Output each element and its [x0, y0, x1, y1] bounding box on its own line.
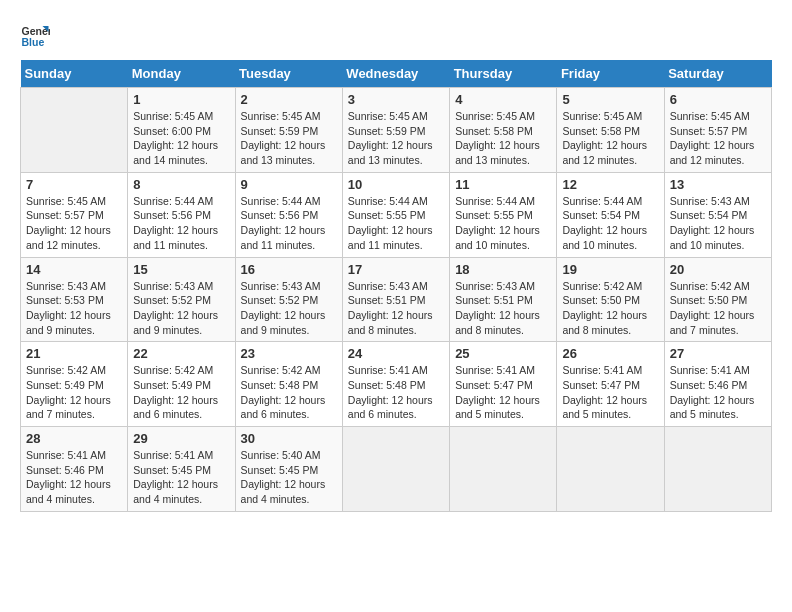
calendar-cell: 22Sunrise: 5:42 AM Sunset: 5:49 PM Dayli…	[128, 342, 235, 427]
calendar-cell: 2Sunrise: 5:45 AM Sunset: 5:59 PM Daylig…	[235, 88, 342, 173]
calendar-cell	[21, 88, 128, 173]
calendar-cell: 28Sunrise: 5:41 AM Sunset: 5:46 PM Dayli…	[21, 427, 128, 512]
day-info: Sunrise: 5:43 AM Sunset: 5:54 PM Dayligh…	[670, 194, 766, 253]
day-info: Sunrise: 5:45 AM Sunset: 5:58 PM Dayligh…	[455, 109, 551, 168]
calendar-cell: 25Sunrise: 5:41 AM Sunset: 5:47 PM Dayli…	[450, 342, 557, 427]
day-info: Sunrise: 5:45 AM Sunset: 5:57 PM Dayligh…	[670, 109, 766, 168]
svg-text:Blue: Blue	[22, 36, 45, 48]
calendar-cell: 8Sunrise: 5:44 AM Sunset: 5:56 PM Daylig…	[128, 172, 235, 257]
calendar-cell: 3Sunrise: 5:45 AM Sunset: 5:59 PM Daylig…	[342, 88, 449, 173]
calendar-cell: 24Sunrise: 5:41 AM Sunset: 5:48 PM Dayli…	[342, 342, 449, 427]
calendar-week-row: 21Sunrise: 5:42 AM Sunset: 5:49 PM Dayli…	[21, 342, 772, 427]
day-info: Sunrise: 5:44 AM Sunset: 5:55 PM Dayligh…	[455, 194, 551, 253]
day-number: 7	[26, 177, 122, 192]
day-number: 21	[26, 346, 122, 361]
calendar-cell: 9Sunrise: 5:44 AM Sunset: 5:56 PM Daylig…	[235, 172, 342, 257]
day-number: 23	[241, 346, 337, 361]
day-number: 28	[26, 431, 122, 446]
day-info: Sunrise: 5:45 AM Sunset: 5:59 PM Dayligh…	[241, 109, 337, 168]
calendar-cell	[664, 427, 771, 512]
day-info: Sunrise: 5:44 AM Sunset: 5:56 PM Dayligh…	[133, 194, 229, 253]
calendar-week-row: 1Sunrise: 5:45 AM Sunset: 6:00 PM Daylig…	[21, 88, 772, 173]
day-number: 8	[133, 177, 229, 192]
calendar-cell: 16Sunrise: 5:43 AM Sunset: 5:52 PM Dayli…	[235, 257, 342, 342]
calendar-cell	[450, 427, 557, 512]
calendar-cell: 7Sunrise: 5:45 AM Sunset: 5:57 PM Daylig…	[21, 172, 128, 257]
calendar-cell: 23Sunrise: 5:42 AM Sunset: 5:48 PM Dayli…	[235, 342, 342, 427]
day-info: Sunrise: 5:42 AM Sunset: 5:50 PM Dayligh…	[562, 279, 658, 338]
day-info: Sunrise: 5:41 AM Sunset: 5:47 PM Dayligh…	[562, 363, 658, 422]
calendar-week-row: 7Sunrise: 5:45 AM Sunset: 5:57 PM Daylig…	[21, 172, 772, 257]
day-number: 10	[348, 177, 444, 192]
calendar-cell: 17Sunrise: 5:43 AM Sunset: 5:51 PM Dayli…	[342, 257, 449, 342]
weekday-header-tuesday: Tuesday	[235, 60, 342, 88]
page-header: General Blue	[20, 20, 772, 50]
weekday-header-friday: Friday	[557, 60, 664, 88]
calendar-cell: 6Sunrise: 5:45 AM Sunset: 5:57 PM Daylig…	[664, 88, 771, 173]
calendar-cell: 11Sunrise: 5:44 AM Sunset: 5:55 PM Dayli…	[450, 172, 557, 257]
day-number: 6	[670, 92, 766, 107]
calendar-cell: 4Sunrise: 5:45 AM Sunset: 5:58 PM Daylig…	[450, 88, 557, 173]
weekday-header-saturday: Saturday	[664, 60, 771, 88]
calendar-cell: 1Sunrise: 5:45 AM Sunset: 6:00 PM Daylig…	[128, 88, 235, 173]
day-info: Sunrise: 5:44 AM Sunset: 5:54 PM Dayligh…	[562, 194, 658, 253]
day-number: 24	[348, 346, 444, 361]
calendar-table: SundayMondayTuesdayWednesdayThursdayFrid…	[20, 60, 772, 512]
day-number: 4	[455, 92, 551, 107]
day-info: Sunrise: 5:41 AM Sunset: 5:45 PM Dayligh…	[133, 448, 229, 507]
calendar-cell: 21Sunrise: 5:42 AM Sunset: 5:49 PM Dayli…	[21, 342, 128, 427]
day-info: Sunrise: 5:41 AM Sunset: 5:46 PM Dayligh…	[26, 448, 122, 507]
day-info: Sunrise: 5:42 AM Sunset: 5:49 PM Dayligh…	[26, 363, 122, 422]
day-number: 12	[562, 177, 658, 192]
calendar-cell: 15Sunrise: 5:43 AM Sunset: 5:52 PM Dayli…	[128, 257, 235, 342]
calendar-week-row: 28Sunrise: 5:41 AM Sunset: 5:46 PM Dayli…	[21, 427, 772, 512]
calendar-cell: 29Sunrise: 5:41 AM Sunset: 5:45 PM Dayli…	[128, 427, 235, 512]
calendar-cell: 5Sunrise: 5:45 AM Sunset: 5:58 PM Daylig…	[557, 88, 664, 173]
calendar-cell: 19Sunrise: 5:42 AM Sunset: 5:50 PM Dayli…	[557, 257, 664, 342]
logo: General Blue	[20, 20, 54, 50]
day-info: Sunrise: 5:44 AM Sunset: 5:55 PM Dayligh…	[348, 194, 444, 253]
day-number: 26	[562, 346, 658, 361]
calendar-cell: 20Sunrise: 5:42 AM Sunset: 5:50 PM Dayli…	[664, 257, 771, 342]
day-info: Sunrise: 5:45 AM Sunset: 5:58 PM Dayligh…	[562, 109, 658, 168]
day-number: 20	[670, 262, 766, 277]
day-number: 19	[562, 262, 658, 277]
day-number: 13	[670, 177, 766, 192]
day-number: 16	[241, 262, 337, 277]
day-number: 1	[133, 92, 229, 107]
day-number: 18	[455, 262, 551, 277]
day-info: Sunrise: 5:43 AM Sunset: 5:52 PM Dayligh…	[133, 279, 229, 338]
calendar-week-row: 14Sunrise: 5:43 AM Sunset: 5:53 PM Dayli…	[21, 257, 772, 342]
weekday-header-wednesday: Wednesday	[342, 60, 449, 88]
weekday-header-thursday: Thursday	[450, 60, 557, 88]
calendar-cell: 26Sunrise: 5:41 AM Sunset: 5:47 PM Dayli…	[557, 342, 664, 427]
calendar-cell: 14Sunrise: 5:43 AM Sunset: 5:53 PM Dayli…	[21, 257, 128, 342]
day-info: Sunrise: 5:41 AM Sunset: 5:46 PM Dayligh…	[670, 363, 766, 422]
day-number: 27	[670, 346, 766, 361]
calendar-cell: 18Sunrise: 5:43 AM Sunset: 5:51 PM Dayli…	[450, 257, 557, 342]
calendar-cell	[342, 427, 449, 512]
calendar-cell: 30Sunrise: 5:40 AM Sunset: 5:45 PM Dayli…	[235, 427, 342, 512]
calendar-cell: 12Sunrise: 5:44 AM Sunset: 5:54 PM Dayli…	[557, 172, 664, 257]
day-info: Sunrise: 5:44 AM Sunset: 5:56 PM Dayligh…	[241, 194, 337, 253]
day-info: Sunrise: 5:45 AM Sunset: 5:57 PM Dayligh…	[26, 194, 122, 253]
day-info: Sunrise: 5:43 AM Sunset: 5:51 PM Dayligh…	[348, 279, 444, 338]
day-number: 29	[133, 431, 229, 446]
calendar-cell: 10Sunrise: 5:44 AM Sunset: 5:55 PM Dayli…	[342, 172, 449, 257]
day-number: 22	[133, 346, 229, 361]
day-info: Sunrise: 5:43 AM Sunset: 5:53 PM Dayligh…	[26, 279, 122, 338]
weekday-header-sunday: Sunday	[21, 60, 128, 88]
day-info: Sunrise: 5:41 AM Sunset: 5:48 PM Dayligh…	[348, 363, 444, 422]
day-info: Sunrise: 5:45 AM Sunset: 5:59 PM Dayligh…	[348, 109, 444, 168]
day-number: 9	[241, 177, 337, 192]
day-number: 3	[348, 92, 444, 107]
day-number: 5	[562, 92, 658, 107]
day-info: Sunrise: 5:45 AM Sunset: 6:00 PM Dayligh…	[133, 109, 229, 168]
day-info: Sunrise: 5:43 AM Sunset: 5:52 PM Dayligh…	[241, 279, 337, 338]
calendar-cell: 13Sunrise: 5:43 AM Sunset: 5:54 PM Dayli…	[664, 172, 771, 257]
day-info: Sunrise: 5:41 AM Sunset: 5:47 PM Dayligh…	[455, 363, 551, 422]
logo-icon: General Blue	[20, 20, 50, 50]
day-number: 14	[26, 262, 122, 277]
weekday-header-monday: Monday	[128, 60, 235, 88]
calendar-cell	[557, 427, 664, 512]
